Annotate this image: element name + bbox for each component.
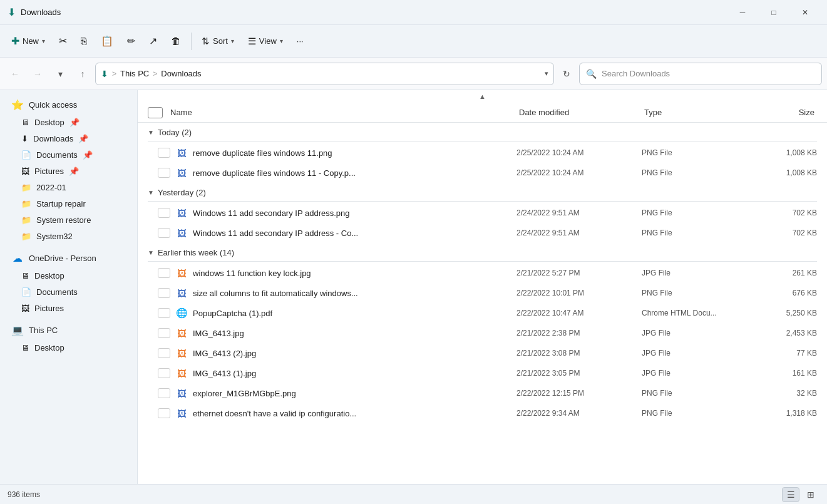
table-row[interactable]: 🌐 PopupCaptcha (1).pdf 2/22/2022 10:47 A… xyxy=(138,303,827,323)
file-type: PNG File xyxy=(642,229,754,237)
file-name: IMG_6413.jpg xyxy=(193,329,516,338)
file-date: 2/24/2022 9:51 AM xyxy=(516,229,642,237)
address-icon: ⬇ xyxy=(101,69,108,79)
file-size: 1,318 KB xyxy=(754,409,817,418)
search-icon: 🔍 xyxy=(586,69,597,79)
refresh-button[interactable]: ↻ xyxy=(557,64,577,84)
close-button[interactable]: ✕ xyxy=(791,3,819,23)
table-row[interactable]: 🖼 Windows 11 add secondary IP address.pn… xyxy=(138,203,827,223)
new-icon: ✚ xyxy=(11,35,19,47)
col-header-type[interactable]: Type xyxy=(642,106,754,118)
sidebar-item-system32[interactable]: 📁 System32 xyxy=(4,229,133,244)
row-checkbox[interactable] xyxy=(158,388,170,398)
forward-button[interactable]: → xyxy=(28,64,48,84)
share-button[interactable]: ↗ xyxy=(143,29,163,53)
sidebar-item-pictures[interactable]: 🖼 Pictures 📌 xyxy=(4,163,133,179)
row-checkbox[interactable] xyxy=(158,408,170,418)
table-row[interactable]: 🖼 explorer_M1GBrMGbpE.png 2/22/2022 12:1… xyxy=(138,383,827,403)
table-row[interactable]: 🖼 IMG_6413 (1).jpg 2/21/2022 3:05 PM JPG… xyxy=(138,363,827,383)
title-bar: ⬇ Downloads ─ □ ✕ xyxy=(0,0,827,25)
title-bar-left: ⬇ Downloads xyxy=(8,6,61,18)
table-row[interactable]: 🖼 remove duplicate files windows 11 - Co… xyxy=(138,163,827,183)
sidebar-item-od-desktop[interactable]: 🖥 Desktop xyxy=(4,268,133,284)
sidebar-item-documents[interactable]: 📄 Documents 📌 xyxy=(4,147,133,163)
row-checkbox[interactable] xyxy=(158,268,170,278)
folder-icon-2022: 📁 xyxy=(21,183,31,192)
list-view-button[interactable]: ☰ xyxy=(782,487,799,502)
row-checkbox[interactable] xyxy=(158,208,170,218)
table-row[interactable]: 🖼 remove duplicate files windows 11.png … xyxy=(138,143,827,163)
sidebar: ⭐ Quick access 🖥 Desktop 📌 ⬇ Downloads 📌… xyxy=(0,90,138,484)
table-row[interactable]: 🖼 size all columns to fit automatically … xyxy=(138,283,827,303)
recent-button[interactable]: ▾ xyxy=(50,64,70,84)
sort-chevron-icon: ▾ xyxy=(231,38,234,44)
row-checkbox[interactable] xyxy=(158,368,170,378)
row-checkbox[interactable] xyxy=(158,168,170,178)
group-header-1[interactable]: ▼ Yesterday (2) xyxy=(138,183,827,200)
sidebar-item-od-pictures[interactable]: 🖼 Pictures xyxy=(4,301,133,316)
more-button[interactable]: ··· xyxy=(290,29,310,53)
onedrive-label: OneDrive - Person xyxy=(29,254,96,263)
sidebar-item-quick-access[interactable]: ⭐ Quick access xyxy=(4,96,133,114)
group-header-2[interactable]: ▼ Earlier this week (14) xyxy=(138,243,827,260)
search-bar[interactable]: 🔍 Search Downloads xyxy=(579,63,822,85)
table-row[interactable]: 🖼 IMG_6413.jpg 2/21/2022 2:38 PM JPG Fil… xyxy=(138,323,827,343)
file-name: size all columns to fit automatically wi… xyxy=(193,289,516,298)
paste-icon: 📋 xyxy=(101,35,113,47)
group-header-0[interactable]: ▼ Today (2) xyxy=(138,123,827,140)
paste-button[interactable]: 📋 xyxy=(95,29,120,53)
sidebar-item-desktop[interactable]: 🖥 Desktop 📌 xyxy=(4,115,133,130)
sidebar-item-restore[interactable]: 📁 System restore xyxy=(4,212,133,228)
new-button[interactable]: ✚ New ▾ xyxy=(5,29,51,53)
address-folder: Downloads xyxy=(161,69,201,78)
table-row[interactable]: 🖼 windows 11 function key lock.jpg 2/21/… xyxy=(138,263,827,283)
file-name: IMG_6413 (2).jpg xyxy=(193,349,516,358)
row-checkbox[interactable] xyxy=(158,148,170,158)
sidebar-item-od-documents[interactable]: 📄 Documents xyxy=(4,284,133,300)
table-row[interactable]: 🖼 IMG_6413 (2).jpg 2/21/2022 3:08 PM JPG… xyxy=(138,343,827,363)
star-icon: ⭐ xyxy=(11,99,24,111)
maximize-button[interactable]: □ xyxy=(759,3,788,23)
sidebar-item-this-pc[interactable]: 💻 This PC xyxy=(4,321,133,339)
sidebar-item-downloads[interactable]: ⬇ Downloads 📌 xyxy=(4,131,133,147)
sidebar-item-2022-01[interactable]: 📁 2022-01 xyxy=(4,180,133,195)
col-header-size[interactable]: Size xyxy=(754,106,817,118)
row-checkbox[interactable] xyxy=(158,348,170,358)
file-area: ▲ Name Date modified Type Size ▼ Today (… xyxy=(138,90,827,484)
sidebar-item-pc-desktop[interactable]: 🖥 Desktop xyxy=(4,340,133,356)
cut-button[interactable]: ✂ xyxy=(53,29,73,53)
view-button[interactable]: ☰ View ▾ xyxy=(242,29,289,53)
sort-button[interactable]: ⇅ Sort ▾ xyxy=(195,29,240,53)
grid-view-button[interactable]: ⊞ xyxy=(802,487,819,502)
share-icon: ↗ xyxy=(149,35,157,47)
file-size: 676 KB xyxy=(754,289,817,297)
delete-button[interactable]: 🗑 xyxy=(165,29,187,53)
group-arrow-icon: ▼ xyxy=(148,249,154,256)
col-header-date[interactable]: Date modified xyxy=(516,106,642,118)
select-all-checkbox[interactable] xyxy=(148,107,163,118)
sidebar-item-onedrive[interactable]: ☁ OneDrive - Person xyxy=(4,249,133,267)
file-date: 2/25/2022 10:24 AM xyxy=(516,168,642,177)
pin-icon-downloads: 📌 xyxy=(78,134,88,143)
row-checkbox[interactable] xyxy=(158,308,170,318)
row-checkbox[interactable] xyxy=(158,328,170,338)
up-button[interactable]: ↑ xyxy=(73,64,93,84)
nav-bar: ← → ▾ ↑ ⬇ > This PC > Downloads ▾ ↻ 🔍 Se… xyxy=(0,58,827,90)
file-type: JPG File xyxy=(642,269,754,277)
collapse-header[interactable]: ▲ xyxy=(138,90,827,103)
rename-button[interactable]: ✏ xyxy=(121,29,141,53)
row-checkbox[interactable] xyxy=(158,228,170,238)
sidebar-item-startup[interactable]: 📁 Startup repair xyxy=(4,196,133,212)
collapse-icon: ▲ xyxy=(479,93,486,100)
table-row[interactable]: 🖼 Windows 11 add secondary IP address - … xyxy=(138,223,827,243)
address-dropdown-icon[interactable]: ▾ xyxy=(545,69,548,78)
col-header-name[interactable]: Name xyxy=(168,106,516,118)
file-type-icon: 🖼 xyxy=(175,287,188,299)
table-row[interactable]: 🖼 ethernet doesn't have a valid ip confi… xyxy=(138,403,827,423)
group-label: Today (2) xyxy=(158,128,192,137)
minimize-button[interactable]: ─ xyxy=(728,3,757,23)
address-bar[interactable]: ⬇ > This PC > Downloads ▾ xyxy=(95,63,554,85)
copy-button[interactable]: ⎘ xyxy=(74,29,93,53)
row-checkbox[interactable] xyxy=(158,288,170,298)
back-button[interactable]: ← xyxy=(5,64,25,84)
